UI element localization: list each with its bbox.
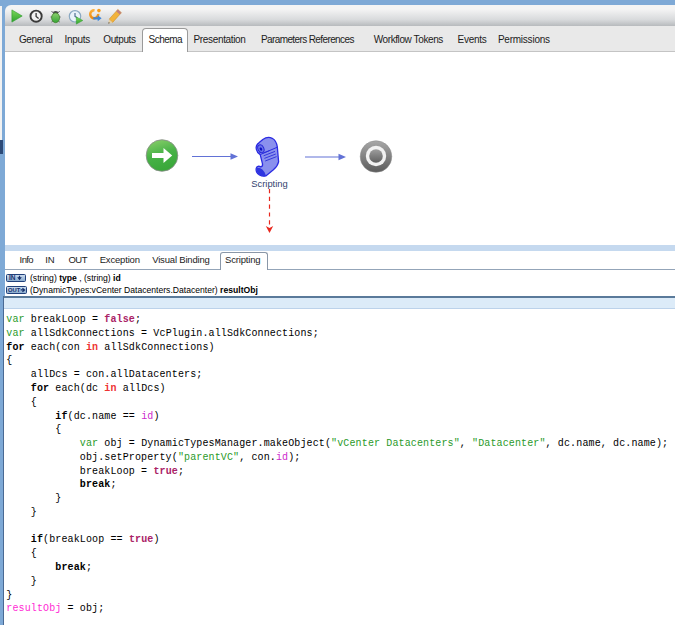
svg-text:IN: IN bbox=[9, 274, 16, 281]
svg-text:Scripting: Scripting bbox=[251, 178, 287, 189]
svg-text:OUT: OUT bbox=[8, 287, 21, 293]
